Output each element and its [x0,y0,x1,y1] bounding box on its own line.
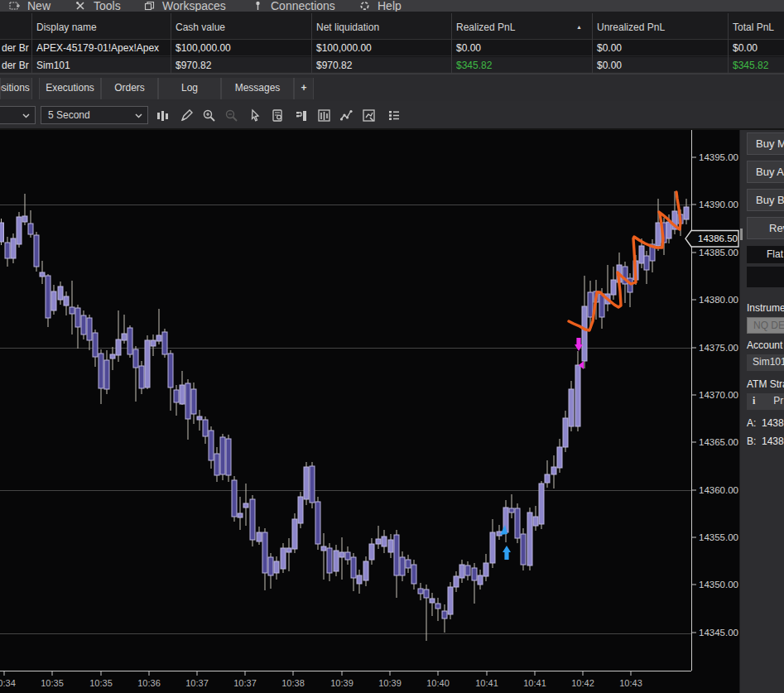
toolbar-icon-10[interactable] [387,108,401,123]
svg-text:10:35: 10:35 [41,678,64,688]
label-atm: ATM Stra [747,378,784,390]
field-account[interactable]: Sim101 [747,354,784,371]
menu-new[interactable]: New [9,0,51,12]
tab-Executions[interactable]: Executions [39,78,101,99]
toolbar-icon-8[interactable] [339,108,354,123]
menu-workspaces[interactable]: Workspaces [144,0,226,12]
svg-text:10:39: 10:39 [330,678,354,688]
btn-buy-ask[interactable]: Buy A [747,161,784,183]
toolbar-icon-3[interactable] [224,108,238,123]
svg-text:14350.00: 14350.00 [699,580,738,590]
table-row-apex: der BrAPEX-45179-01!Apex!Apex$100,000.00… [0,40,784,56]
svg-text:14360.00: 14360.00 [699,485,738,495]
svg-text:10:39: 10:39 [378,678,402,688]
svg-text:10:36: 10:36 [137,678,161,688]
toolbar-icon-9[interactable] [362,108,376,123]
toolbar-icon-4[interactable] [248,108,262,123]
tab-bar: PositionsExecutionsOrdersLogMessages+ [0,73,784,101]
table-header: Display nameCash valueNet liquidationRea… [0,12,784,40]
svg-text:10:37: 10:37 [233,678,257,688]
svg-text:14365.00: 14365.00 [699,437,738,447]
svg-text:14370.00: 14370.00 [699,390,738,400]
svg-text:10:43: 10:43 [619,678,642,688]
svg-text:10:35: 10:35 [89,678,113,688]
menu-bar: NewToolsWorkspacesConnectionsHelp [0,0,784,12]
svg-text:10:40: 10:40 [426,678,450,688]
toolbar-icon-0[interactable] [156,108,170,123]
field-instrument: NQ DEC [747,317,784,334]
label-instrument: Instrume [747,302,784,314]
toolbar-icon-2[interactable] [202,108,216,123]
svg-text:14380.00: 14380.00 [699,295,738,305]
svg-text:14390.00: 14390.00 [699,200,738,209]
svg-text:14355.00: 14355.00 [699,532,738,542]
toolbar-icon-6[interactable] [295,108,309,123]
svg-text:10:42: 10:42 [571,678,594,688]
label-bid: B: 14386 [747,436,784,447]
svg-text:14375.00: 14375.00 [699,343,738,353]
menu-help[interactable]: Help [359,0,402,12]
tab-Messages[interactable]: Messages [221,78,294,99]
table-row-sim101: der BrSim101$970.82$970.82$345.82$0.00$3… [0,57,784,73]
trading-platform: NewToolsWorkspacesConnectionsHelp Displa… [0,0,784,693]
label-account: Account [747,339,782,351]
toolbar: 5 Second [0,101,784,130]
svg-text:14385.00: 14385.00 [699,248,738,257]
menu-tools[interactable]: Tools [75,0,121,12]
toolbar-icon-5[interactable] [271,108,285,123]
panel-black-box [747,267,784,287]
tab-Log[interactable]: Log [158,78,221,99]
field-atm[interactable]: iPr [747,393,784,410]
tab-Orders[interactable]: Orders [101,78,158,99]
svg-text:10:34: 10:34 [0,678,16,688]
svg-text:14395.00: 14395.00 [699,152,738,162]
svg-text:10:41: 10:41 [523,678,546,688]
label-ask: A: 14386 [747,417,784,429]
tab-Positions[interactable]: Positions [0,78,32,99]
svg-text:10:38: 10:38 [281,678,305,688]
price-chart: 14395.0014390.0014385.0014380.0014375.00… [0,130,739,693]
toolbar-icon-1[interactable] [180,108,194,123]
toolbar-icon-7[interactable] [317,108,331,123]
btn-buy-bid[interactable]: Buy B [747,189,784,211]
accounts-table: Display nameCash valueNet liquidationRea… [0,12,784,73]
order-panel: Buy M Buy A Buy B Rev Flat Instrume NQ D… [739,130,784,693]
svg-text:10:41: 10:41 [475,678,498,688]
btn-buy-mkt[interactable]: Buy M [747,132,784,155]
svg-text:14345.00: 14345.00 [699,628,738,638]
btn-flatten[interactable]: Flat [747,246,784,263]
svg-text:14386.50: 14386.50 [698,233,738,243]
dropdown-period[interactable]: 5 Second [41,106,148,124]
btn-rev[interactable]: Rev [747,217,784,239]
svg-text:10:37: 10:37 [185,678,209,688]
menu-connections[interactable]: Connections [253,0,335,12]
tab-add[interactable]: + [294,78,314,99]
dropdown-instrument[interactable] [0,106,36,124]
